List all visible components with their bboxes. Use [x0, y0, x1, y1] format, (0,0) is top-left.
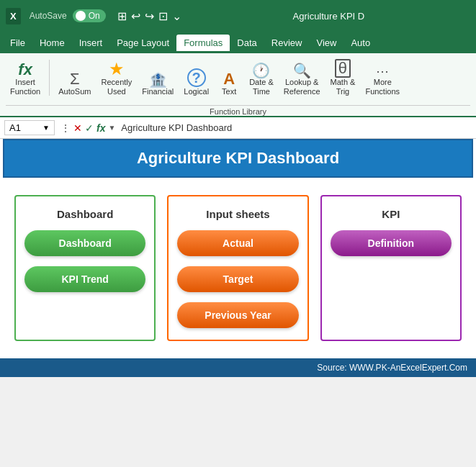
input-sheets-category-title: Input sheets [206, 208, 269, 220]
kpi-category: KPI Definition [320, 195, 462, 341]
text-label: Text [222, 87, 236, 96]
grid-icon[interactable]: ⊡ [158, 9, 168, 23]
target-sheet-button[interactable]: Target [177, 266, 298, 292]
date-time-label: Date &Time [249, 78, 274, 96]
insert-function-label: InsertFunction [10, 78, 40, 96]
menu-file[interactable]: File [3, 35, 32, 51]
menu-insert[interactable]: Insert [72, 35, 110, 51]
formula-bar: A1 ▼ ⋮ ✕ ✓ fx ▼ [0, 117, 476, 139]
input-sheets-category: Input sheets Actual Target Previous Year [167, 195, 308, 341]
confirm-icon[interactable]: ✓ [85, 122, 94, 134]
formula-icons: ⋮ ✕ ✓ fx ▼ [58, 122, 118, 134]
cell-reference[interactable]: A1 ▼ [4, 120, 55, 135]
function-library-label: Function Library [6, 105, 470, 116]
lookup-label: Lookup &Reference [284, 78, 320, 96]
financial-button[interactable]: 🏦 Financial [138, 70, 178, 99]
previous-year-sheet-button[interactable]: Previous Year [177, 302, 298, 328]
more-functions-button[interactable]: ⋯ MoreFunctions [361, 62, 404, 99]
theta-icon: θ [335, 59, 351, 78]
autosum-button[interactable]: Σ AutoSum [54, 68, 95, 99]
menu-page-layout[interactable]: Page Layout [109, 35, 176, 51]
dashboard-sheet-button[interactable]: Dashboard [24, 230, 145, 256]
logical-icon: ? [187, 68, 206, 87]
math-trig-label: Math &Trig [331, 78, 356, 96]
ribbon: fx InsertFunction Σ AutoSum ★ RecentlyUs… [0, 53, 476, 117]
recently-used-icon: ★ [109, 60, 125, 78]
formula-input[interactable] [121, 122, 472, 133]
definition-sheet-button[interactable]: Definition [331, 230, 452, 256]
menu-home[interactable]: Home [32, 35, 72, 51]
menu-view[interactable]: View [309, 35, 343, 51]
toggle-circle [76, 11, 86, 21]
kpi-category-title: KPI [382, 208, 400, 220]
autosave-toggle[interactable]: On [73, 9, 106, 22]
sheet-area: Agriculture KPI Dashboard Dashboard Dash… [0, 139, 476, 377]
sigma-icon: Σ [70, 71, 80, 87]
ribbon-content: fx InsertFunction Σ AutoSum ★ RecentlyUs… [6, 56, 470, 102]
dashboard-category-title: Dashboard [57, 208, 113, 220]
financial-icon: 🏦 [149, 73, 167, 87]
menu-auto[interactable]: Auto [343, 35, 377, 51]
toggle-label: On [89, 11, 100, 21]
kpi-trend-sheet-button[interactable]: KPI Trend [24, 266, 145, 292]
lookup-icon: 🔍 [293, 63, 311, 78]
menu-data[interactable]: Data [230, 35, 264, 51]
lookup-reference-button[interactable]: 🔍 Lookup &Reference [279, 60, 325, 99]
ribbon-separator-1 [49, 60, 50, 96]
dashboard-title: Agriculture KPI Dashboard [3, 139, 473, 178]
clock-icon: 🕐 [252, 63, 270, 78]
recently-used-label: RecentlyUsed [101, 78, 132, 96]
more-icon[interactable]: ⌄ [172, 9, 181, 23]
filename: Agriculture KPI D [187, 11, 470, 22]
redo-icon[interactable]: ↪ [145, 9, 154, 23]
cell-ref-dropdown-icon[interactable]: ▼ [42, 124, 50, 132]
dashboard-category: Dashboard Dashboard KPI Trend [14, 195, 156, 341]
fx-icon: fx [18, 62, 32, 78]
recently-used-button[interactable]: ★ RecentlyUsed [96, 58, 136, 99]
math-trig-button[interactable]: θ Math &Trig [326, 56, 360, 99]
cancel-icon[interactable]: ✕ [73, 122, 82, 134]
text-icon: A [223, 71, 235, 87]
cell-ref-value: A1 [9, 122, 21, 133]
insert-function-button[interactable]: fx InsertFunction [6, 59, 45, 99]
logical-button[interactable]: ? Logical [179, 65, 213, 99]
date-time-button[interactable]: 🕐 Date &Time [245, 60, 278, 99]
undo-icon[interactable]: ↩ [131, 9, 140, 23]
more-functions-label: MoreFunctions [365, 78, 400, 96]
formula-dropdown-icon[interactable]: ▼ [108, 124, 115, 132]
expand-icon[interactable]: ⋮ [60, 122, 71, 134]
more-functions-icon: ⋯ [376, 65, 389, 78]
autosave-label: AutoSave [30, 11, 67, 21]
autosum-label: AutoSum [58, 87, 91, 96]
menu-review[interactable]: Review [264, 35, 310, 51]
save-icon[interactable]: ⊞ [117, 9, 127, 23]
footer: Source: WWW.PK-AnExcelExpert.Com [0, 358, 476, 377]
fx-formula-icon[interactable]: fx [96, 122, 105, 134]
financial-label: Financial [142, 87, 174, 96]
categories-container: Dashboard Dashboard KPI Trend Input shee… [0, 178, 476, 358]
toolbar-icons: ⊞ ↩ ↪ ⊡ ⌄ [117, 9, 181, 23]
excel-logo: X [6, 8, 21, 24]
text-button[interactable]: A Text [215, 68, 243, 99]
menu-bar: File Home Insert Page Layout Formulas Da… [0, 32, 476, 53]
title-bar: X AutoSave On ⊞ ↩ ↪ ⊡ ⌄ Agriculture KPI … [0, 0, 476, 32]
logical-label: Logical [184, 87, 209, 96]
actual-sheet-button[interactable]: Actual [177, 230, 298, 256]
menu-formulas[interactable]: Formulas [176, 35, 230, 51]
